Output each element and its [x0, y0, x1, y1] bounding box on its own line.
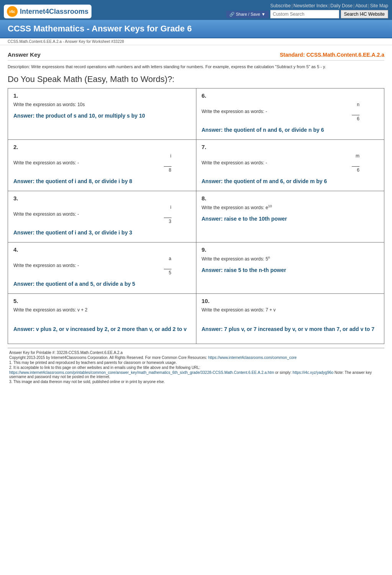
questions-row-2: 2. i Write the expression as words: - 8 … — [8, 140, 384, 191]
q1-text: Write the expression as words: 10s — [13, 101, 191, 108]
logo-abbr: i4c — [9, 9, 15, 14]
logo-box: i4c Internet4Classrooms — [4, 5, 91, 18]
q6-denominator: 6 — [352, 115, 359, 122]
q10-text: Write the expression as words: 7 + v — [202, 306, 379, 313]
q5-text: Write the expression as words: v + 2 — [13, 306, 191, 313]
answer-key-header: Answer Key Standard: CCSS.Math.Content.6… — [8, 49, 384, 61]
q10-answer: Answer: 7 plus v, or 7 increased by v, o… — [202, 325, 379, 333]
q2-denominator: 8 — [164, 166, 172, 174]
nav-sitemap[interactable]: Site Map — [370, 3, 388, 8]
q4-number: 4. — [13, 246, 191, 253]
nav-newsletter[interactable]: Newsletter Index — [294, 3, 328, 8]
search-input[interactable] — [270, 10, 339, 18]
nav-links: Subscribe | Newsletter Index | Daily Dos… — [270, 3, 388, 8]
page-title: CCSS Mathematics - Answer Keys for Grade… — [8, 24, 384, 34]
footer-url-or: or simply: — [275, 370, 293, 375]
q6-text: n Write the expression as words: - 6 — [202, 101, 379, 122]
q8-exponent: 10 — [268, 204, 272, 208]
q10-number: 10. — [202, 298, 379, 304]
nav-about[interactable]: About — [355, 3, 367, 8]
question-cell-4: 4. a Write the expression as words: - 5 … — [8, 242, 196, 293]
footer-note3: 3. This image and data thereon may not b… — [9, 380, 383, 384]
q7-denominator: 6 — [352, 166, 359, 174]
q7-number: 7. — [202, 144, 379, 150]
page-title-bar: CCSS Mathematics - Answer Keys for Grade… — [0, 20, 392, 38]
question-cell-3: 3. i Write the expression as words: - 3 … — [8, 191, 196, 242]
logo-text: Internet4Classrooms — [20, 8, 88, 16]
question-cell-9: 9. Write the expression as words: 5n Ans… — [196, 242, 384, 293]
nav-right: Subscribe | Newsletter Index | Daily Dos… — [226, 3, 388, 20]
footer-url1[interactable]: https://www.internet4classrooms.com/prin… — [9, 370, 274, 375]
q2-number: 2. — [13, 144, 191, 150]
questions-grid: 1. Write the expression as words: 10s An… — [8, 88, 384, 344]
questions-row-5: 5. Write the expression as words: v + 2 … — [8, 294, 384, 344]
worksheet-title: Do You Speak Math (Easy, Math to Words)?… — [8, 72, 384, 88]
q9-exponent: n — [268, 256, 270, 259]
q4-denominator: 5 — [164, 269, 172, 276]
q9-text: Write the expression as words: 5n — [202, 255, 379, 262]
question-cell-6: 6. n Write the expression as words: - 6 … — [196, 88, 384, 139]
share-button[interactable]: 🔗 Share / Save ▼ — [226, 11, 269, 18]
description: Description: Write expressions that reco… — [8, 63, 384, 72]
q2-text: i Write the expression as words: - 8 — [13, 152, 191, 174]
logo-area: i4c Internet4Classrooms — [4, 5, 91, 18]
q4-numerator: a — [13, 255, 172, 262]
q6-numerator: n — [202, 101, 360, 108]
q4-answer: Answer: the quotient of a and 5, or divi… — [13, 280, 191, 288]
q5-number: 5. — [13, 298, 191, 304]
standard-title: Standard: CCSS.Math.Content.6.EE.A.2.a — [280, 52, 384, 58]
q9-answer: Answer: raise 5 to the n-th power — [202, 266, 379, 274]
question-cell-1: 1. Write the expression as words: 10s An… — [8, 88, 196, 139]
answer-key-title: Answer Key — [8, 51, 41, 58]
questions-row-4: 4. a Write the expression as words: - 5 … — [8, 242, 384, 294]
questions-row-1: 1. Write the expression as words: 10s An… — [8, 88, 384, 140]
questions-row-3: 3. i Write the expression as words: - 3 … — [8, 191, 384, 242]
q9-number: 9. — [202, 246, 379, 253]
q8-answer: Answer: raise e to the 10th power — [202, 215, 379, 223]
q3-answer: Answer: the quotient of i and 3, or divi… — [13, 229, 191, 237]
q2-numerator: i — [13, 152, 172, 159]
footer-area: Answer Key for Printable #: 33228-CCSS.M… — [8, 348, 384, 387]
q7-answer: Answer: the quotient of m and 6, or divi… — [202, 177, 379, 185]
q5-answer: Answer: v plus 2, or v increased by 2, o… — [13, 325, 191, 333]
q1-number: 1. — [13, 92, 191, 99]
footer-cc-link[interactable]: https://www.internet4classrooms.com/comm… — [208, 355, 297, 360]
footer-line1: Answer Key for Printable #: 33228-CCSS.M… — [9, 351, 383, 355]
q3-numerator: i — [13, 204, 172, 211]
footer-note1: 1. This may be printed and reproduced by… — [9, 360, 383, 365]
q6-number: 6. — [202, 92, 379, 99]
q8-text: Write the expression as words: e10 — [202, 204, 379, 211]
search-row: 🔗 Share / Save ▼ Search I4C Website — [226, 10, 388, 18]
q3-number: 3. — [13, 195, 191, 201]
footer-note2: 2. It is acceptable to link to this page… — [9, 365, 383, 370]
question-cell-7: 7. m Write the expression as words: - 6 … — [196, 140, 384, 191]
q3-denominator: 3 — [164, 218, 172, 225]
nav-daily-dose[interactable]: Daily Dose — [330, 3, 353, 8]
q1-answer: Answer: the product of s and 10, or mult… — [13, 112, 191, 120]
question-cell-5: 5. Write the expression as words: v + 2 … — [8, 294, 196, 344]
question-cell-10: 10. Write the expression as words: 7 + v… — [196, 294, 384, 344]
header: i4c Internet4Classrooms Subscribe | News… — [0, 0, 392, 20]
nav-subscribe[interactable]: Subscribe — [270, 3, 291, 8]
footer-url1-short[interactable]: https://i4c.xyz/yadyg96o — [292, 370, 333, 375]
q3-text: i Write the expression as words: - 3 — [13, 204, 191, 225]
q8-number: 8. — [202, 195, 379, 201]
breadcrumb: CCSS.Math.Content.6.EE.A.2.a - Answer Ke… — [0, 38, 392, 45]
q7-numerator: m — [202, 152, 360, 159]
footer-url-line: https://www.internet4classrooms.com/prin… — [9, 370, 383, 379]
q4-text: a Write the expression as words: - 5 — [13, 255, 191, 276]
main-content: Answer Key Standard: CCSS.Math.Content.6… — [0, 45, 392, 391]
q2-answer: Answer: the quotient of i and 8, or divi… — [13, 177, 191, 185]
q7-text: m Write the expression as words: - 6 — [202, 152, 379, 174]
question-cell-2: 2. i Write the expression as words: - 8 … — [8, 140, 196, 191]
footer-line2: Copyright 2013-2015 by Internet4Classroo… — [9, 355, 383, 360]
footer-copyright: Copyright 2013-2015 by Internet4Classroo… — [9, 355, 207, 360]
q6-answer: Answer: the quotient of n and 6, or divi… — [202, 126, 379, 134]
search-button[interactable]: Search I4C Website — [341, 10, 389, 18]
logo-icon: i4c — [7, 6, 18, 17]
question-cell-8: 8. Write the expression as words: e10 An… — [196, 191, 384, 242]
